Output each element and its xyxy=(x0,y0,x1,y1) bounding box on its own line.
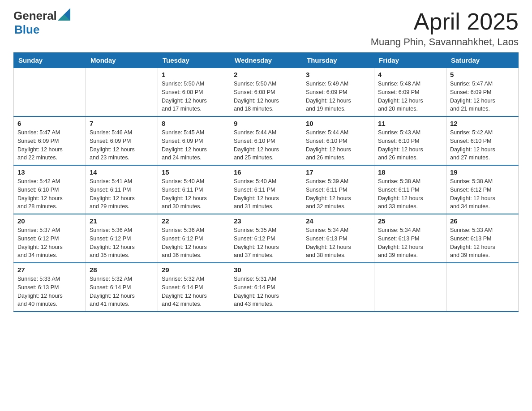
day-info: Sunrise: 5:46 AM Sunset: 6:09 PM Dayligh… xyxy=(90,128,154,162)
day-number: 5 xyxy=(450,71,515,78)
calendar-cell xyxy=(14,68,86,117)
calendar-cell: 23Sunrise: 5:35 AM Sunset: 6:12 PM Dayli… xyxy=(230,214,302,263)
header-day-wednesday: Wednesday xyxy=(230,53,302,68)
day-info: Sunrise: 5:39 AM Sunset: 6:11 PM Dayligh… xyxy=(306,177,370,211)
day-info: Sunrise: 5:34 AM Sunset: 6:13 PM Dayligh… xyxy=(306,226,370,260)
day-number: 23 xyxy=(234,217,298,225)
calendar-cell: 26Sunrise: 5:33 AM Sunset: 6:13 PM Dayli… xyxy=(446,214,519,263)
calendar-table: SundayMondayTuesdayWednesdayThursdayFrid… xyxy=(13,52,519,312)
day-info: Sunrise: 5:33 AM Sunset: 6:13 PM Dayligh… xyxy=(450,226,515,260)
calendar-cell xyxy=(302,263,374,312)
calendar-cell: 30Sunrise: 5:31 AM Sunset: 6:14 PM Dayli… xyxy=(230,263,302,312)
calendar-cell xyxy=(374,263,446,312)
calendar-body: 1Sunrise: 5:50 AM Sunset: 6:08 PM Daylig… xyxy=(14,68,519,312)
day-info: Sunrise: 5:40 AM Sunset: 6:11 PM Dayligh… xyxy=(162,177,226,211)
week-row-3: 13Sunrise: 5:42 AM Sunset: 6:10 PM Dayli… xyxy=(14,165,519,214)
day-info: Sunrise: 5:43 AM Sunset: 6:10 PM Dayligh… xyxy=(378,128,442,162)
day-number: 21 xyxy=(90,217,154,225)
calendar-cell: 12Sunrise: 5:42 AM Sunset: 6:10 PM Dayli… xyxy=(446,116,519,165)
day-info: Sunrise: 5:37 AM Sunset: 6:12 PM Dayligh… xyxy=(17,226,82,260)
day-info: Sunrise: 5:33 AM Sunset: 6:13 PM Dayligh… xyxy=(17,275,82,308)
day-number: 24 xyxy=(306,217,370,225)
logo-icon xyxy=(58,8,70,21)
day-number: 20 xyxy=(17,217,82,225)
day-info: Sunrise: 5:47 AM Sunset: 6:09 PM Dayligh… xyxy=(450,80,515,113)
day-number: 29 xyxy=(162,266,226,274)
week-row-2: 6Sunrise: 5:47 AM Sunset: 6:09 PM Daylig… xyxy=(14,116,519,165)
header-row: SundayMondayTuesdayWednesdayThursdayFrid… xyxy=(14,53,519,68)
page-subtitle: Muang Phin, Savannahkhet, Laos xyxy=(371,36,519,48)
day-number: 22 xyxy=(162,217,226,225)
day-info: Sunrise: 5:47 AM Sunset: 6:09 PM Dayligh… xyxy=(17,128,82,162)
day-number: 18 xyxy=(378,168,442,176)
day-info: Sunrise: 5:44 AM Sunset: 6:10 PM Dayligh… xyxy=(234,128,298,162)
day-info: Sunrise: 5:41 AM Sunset: 6:11 PM Dayligh… xyxy=(90,177,154,211)
title-block: April 2025 Muang Phin, Savannahkhet, Lao… xyxy=(371,9,519,48)
calendar-cell: 5Sunrise: 5:47 AM Sunset: 6:09 PM Daylig… xyxy=(446,68,519,117)
day-number: 25 xyxy=(378,217,442,225)
logo-general-text: General xyxy=(13,9,57,23)
calendar-cell: 25Sunrise: 5:34 AM Sunset: 6:13 PM Dayli… xyxy=(374,214,446,263)
day-number: 19 xyxy=(450,168,515,176)
day-info: Sunrise: 5:40 AM Sunset: 6:11 PM Dayligh… xyxy=(234,177,298,211)
calendar-cell: 4Sunrise: 5:48 AM Sunset: 6:09 PM Daylig… xyxy=(374,68,446,117)
page-header: General Blue April 2025 Muang Phin, Sava… xyxy=(13,9,519,48)
calendar-cell: 8Sunrise: 5:45 AM Sunset: 6:09 PM Daylig… xyxy=(158,116,230,165)
day-info: Sunrise: 5:50 AM Sunset: 6:08 PM Dayligh… xyxy=(162,80,226,113)
day-number: 10 xyxy=(306,120,370,127)
calendar-cell: 29Sunrise: 5:32 AM Sunset: 6:14 PM Dayli… xyxy=(158,263,230,312)
calendar-cell: 10Sunrise: 5:44 AM Sunset: 6:10 PM Dayli… xyxy=(302,116,374,165)
calendar-header: SundayMondayTuesdayWednesdayThursdayFrid… xyxy=(14,53,519,68)
logo: General Blue xyxy=(13,9,70,37)
calendar-cell: 14Sunrise: 5:41 AM Sunset: 6:11 PM Dayli… xyxy=(86,165,158,214)
calendar-cell: 17Sunrise: 5:39 AM Sunset: 6:11 PM Dayli… xyxy=(302,165,374,214)
calendar-cell xyxy=(446,263,519,312)
day-number: 8 xyxy=(162,120,226,127)
calendar-cell: 1Sunrise: 5:50 AM Sunset: 6:08 PM Daylig… xyxy=(158,68,230,117)
header-day-monday: Monday xyxy=(86,53,158,68)
calendar-cell: 7Sunrise: 5:46 AM Sunset: 6:09 PM Daylig… xyxy=(86,116,158,165)
calendar-cell: 22Sunrise: 5:36 AM Sunset: 6:12 PM Dayli… xyxy=(158,214,230,263)
day-number: 6 xyxy=(17,120,82,127)
calendar-cell: 27Sunrise: 5:33 AM Sunset: 6:13 PM Dayli… xyxy=(14,263,86,312)
day-number: 15 xyxy=(162,168,226,176)
day-number: 17 xyxy=(306,168,370,176)
calendar-cell: 3Sunrise: 5:49 AM Sunset: 6:09 PM Daylig… xyxy=(302,68,374,117)
day-info: Sunrise: 5:38 AM Sunset: 6:12 PM Dayligh… xyxy=(450,177,515,211)
day-number: 16 xyxy=(234,168,298,176)
day-info: Sunrise: 5:38 AM Sunset: 6:11 PM Dayligh… xyxy=(378,177,442,211)
calendar-cell: 28Sunrise: 5:32 AM Sunset: 6:14 PM Dayli… xyxy=(86,263,158,312)
day-number: 26 xyxy=(450,217,515,225)
calendar-cell: 6Sunrise: 5:47 AM Sunset: 6:09 PM Daylig… xyxy=(14,116,86,165)
header-day-friday: Friday xyxy=(374,53,446,68)
day-info: Sunrise: 5:42 AM Sunset: 6:10 PM Dayligh… xyxy=(450,128,515,162)
day-number: 9 xyxy=(234,120,298,127)
calendar-cell: 13Sunrise: 5:42 AM Sunset: 6:10 PM Dayli… xyxy=(14,165,86,214)
day-number: 14 xyxy=(90,168,154,176)
week-row-5: 27Sunrise: 5:33 AM Sunset: 6:13 PM Dayli… xyxy=(14,263,519,312)
day-number: 2 xyxy=(234,71,298,78)
day-number: 30 xyxy=(234,266,298,274)
calendar-cell: 21Sunrise: 5:36 AM Sunset: 6:12 PM Dayli… xyxy=(86,214,158,263)
calendar-cell: 16Sunrise: 5:40 AM Sunset: 6:11 PM Dayli… xyxy=(230,165,302,214)
calendar-cell: 15Sunrise: 5:40 AM Sunset: 6:11 PM Dayli… xyxy=(158,165,230,214)
calendar-cell: 20Sunrise: 5:37 AM Sunset: 6:12 PM Dayli… xyxy=(14,214,86,263)
day-number: 27 xyxy=(17,266,82,274)
header-day-sunday: Sunday xyxy=(14,53,86,68)
day-info: Sunrise: 5:32 AM Sunset: 6:14 PM Dayligh… xyxy=(90,275,154,308)
day-number: 1 xyxy=(162,71,226,78)
day-info: Sunrise: 5:32 AM Sunset: 6:14 PM Dayligh… xyxy=(162,275,226,308)
day-number: 13 xyxy=(17,168,82,176)
day-number: 12 xyxy=(450,120,515,127)
calendar-cell: 9Sunrise: 5:44 AM Sunset: 6:10 PM Daylig… xyxy=(230,116,302,165)
day-info: Sunrise: 5:50 AM Sunset: 6:08 PM Dayligh… xyxy=(234,80,298,113)
calendar-cell: 18Sunrise: 5:38 AM Sunset: 6:11 PM Dayli… xyxy=(374,165,446,214)
header-day-tuesday: Tuesday xyxy=(158,53,230,68)
header-day-saturday: Saturday xyxy=(446,53,519,68)
day-number: 4 xyxy=(378,71,442,78)
calendar-cell xyxy=(86,68,158,117)
day-number: 28 xyxy=(90,266,154,274)
day-info: Sunrise: 5:45 AM Sunset: 6:09 PM Dayligh… xyxy=(162,128,226,162)
day-info: Sunrise: 5:34 AM Sunset: 6:13 PM Dayligh… xyxy=(378,226,442,260)
day-info: Sunrise: 5:36 AM Sunset: 6:12 PM Dayligh… xyxy=(162,226,226,260)
